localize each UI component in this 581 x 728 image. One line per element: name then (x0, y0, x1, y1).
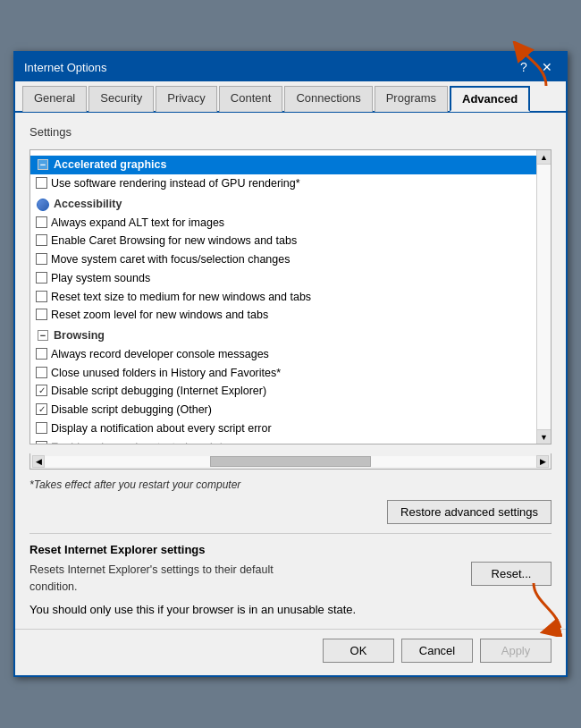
setting-reset-text-size[interactable]: Reset text size to medium for new window… (30, 288, 536, 307)
settings-section-label: Settings (29, 125, 552, 139)
setting-more1[interactable]: Enable enhanced protected mode* (30, 438, 536, 444)
apply-button[interactable]: Apply (480, 639, 552, 663)
setting-disable-script-ie[interactable]: Disable script debugging (Internet Explo… (30, 382, 536, 401)
scroll-down-button[interactable]: ▼ (537, 429, 551, 444)
vertical-scrollbar[interactable]: ▲ ▼ (536, 150, 551, 444)
checkbox-system-caret[interactable] (36, 253, 47, 265)
tab-connections[interactable]: Connections (284, 86, 372, 112)
internet-options-dialog: Internet Options ? ✕ General Security Pr… (13, 51, 568, 677)
tab-programs[interactable]: Programs (375, 86, 448, 112)
reset-ie-desc-line1: Resets Internet Explorer's settings to t… (29, 563, 274, 576)
category-accessibility[interactable]: Accessibility (30, 195, 536, 214)
restart-note: *Takes effect after you restart your com… (29, 478, 552, 491)
checkbox-disable-script-other[interactable] (36, 403, 47, 415)
restore-advanced-settings-button[interactable]: Restore advanced settings (387, 500, 552, 524)
reset-btn-container: Reset... (471, 562, 552, 586)
checkbox-close-folders[interactable] (36, 367, 47, 378)
checkbox-more1[interactable] (36, 441, 47, 444)
settings-list[interactable]: − Accelerated graphics Use software rend… (30, 150, 536, 444)
reset-ie-body: Resets Internet Explorer's settings to t… (29, 562, 552, 596)
dialog-title: Internet Options (24, 61, 107, 74)
setting-alt-text[interactable]: Always expand ALT text for images (30, 214, 536, 233)
reset-ie-description: Resets Internet Explorer's settings to t… (29, 562, 460, 596)
globe-icon (37, 199, 49, 211)
setting-play-sounds[interactable]: Play system sounds (30, 269, 536, 288)
checkbox-alt-text[interactable] (36, 216, 47, 228)
tab-security[interactable]: Security (88, 86, 154, 112)
settings-box: − Accelerated graphics Use software rend… (29, 149, 552, 444)
checkbox-developer-console[interactable] (36, 348, 47, 360)
main-content: Settings − Accelerated graphics Use soft… (15, 113, 566, 629)
checkbox-reset-zoom[interactable] (36, 309, 47, 320)
restore-row: Restore advanced settings (29, 500, 552, 524)
scroll-right-button[interactable]: ▶ (536, 455, 549, 468)
tab-bar: General Security Privacy Content Connect… (15, 81, 566, 113)
checkbox-script-error-notification[interactable] (36, 422, 47, 434)
tab-content[interactable]: Content (219, 86, 283, 112)
title-bar: Internet Options ? ✕ (15, 53, 566, 81)
scroll-left-button[interactable]: ◀ (32, 455, 45, 468)
reset-ie-title: Reset Internet Explorer settings (29, 543, 552, 556)
bottom-buttons: OK Cancel Apply (15, 629, 566, 675)
cancel-button[interactable]: Cancel (401, 639, 473, 663)
reset-ie-note-text: You should only use this if your browser… (29, 603, 356, 616)
category-browsing[interactable]: − Browsing (30, 326, 536, 345)
checkbox-reset-text-size[interactable] (36, 291, 47, 302)
reset-ie-desc-line2: condition. (29, 580, 78, 593)
tab-general[interactable]: General (22, 86, 87, 112)
ok-button[interactable]: OK (323, 639, 394, 663)
tab-advanced[interactable]: Advanced (450, 86, 530, 112)
horizontal-scrollbar-area[interactable]: ◀ ▶ (29, 453, 552, 470)
setting-disable-script-other[interactable]: Disable script debugging (Other) (30, 401, 536, 419)
collapse-icon: − (36, 157, 50, 172)
reset-button[interactable]: Reset... (471, 562, 552, 586)
setting-caret-browsing[interactable]: Enable Caret Browsing for new windows an… (30, 232, 536, 250)
checkbox-caret-browsing[interactable] (36, 234, 47, 246)
setting-close-folders[interactable]: Close unused folders in History and Favo… (30, 364, 536, 383)
setting-script-error-notification[interactable]: Display a notification about every scrip… (30, 419, 536, 438)
setting-software-rendering[interactable]: Use software rendering instead of GPU re… (30, 174, 536, 193)
setting-reset-zoom[interactable]: Reset zoom level for new windows and tab… (30, 306, 536, 325)
checkbox-disable-script-ie[interactable] (36, 385, 47, 396)
tab-privacy[interactable]: Privacy (156, 86, 217, 112)
scroll-up-button[interactable]: ▲ (537, 150, 551, 165)
checkbox-software-rendering[interactable] (36, 177, 47, 189)
category-accelerated-graphics[interactable]: − Accelerated graphics (30, 156, 536, 174)
hscroll-thumb[interactable] (210, 456, 371, 467)
checkbox-play-sounds[interactable] (36, 272, 47, 284)
setting-system-caret[interactable]: Move system caret with focus/selection c… (30, 250, 536, 269)
reset-ie-section: Reset Internet Explorer settings Resets … (29, 533, 552, 616)
setting-developer-console[interactable]: Always record developer console messages (30, 345, 536, 364)
reset-ie-note: You should only use this if your browser… (29, 603, 552, 616)
